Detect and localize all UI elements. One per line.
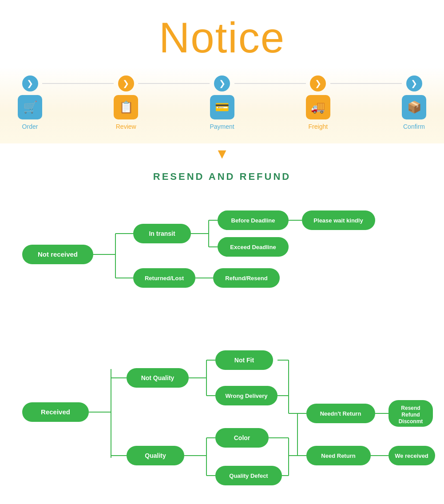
step-payment-icon: 💳 bbox=[210, 95, 234, 119]
svg-text:Exceed Deadline: Exceed Deadline bbox=[230, 244, 276, 250]
step-review-arrow: ❯ bbox=[118, 75, 134, 91]
svg-text:Wrong Delivery: Wrong Delivery bbox=[225, 393, 268, 399]
step-confirm-arrow: ❯ bbox=[406, 75, 422, 91]
not-received-label: Not received bbox=[38, 250, 78, 258]
step-review: ❯ 📋 Review bbox=[114, 75, 138, 130]
step-confirm: ❯ 📦 Confirm bbox=[402, 75, 426, 130]
svg-text:Color: Color bbox=[234, 434, 250, 441]
connector-2 bbox=[138, 83, 210, 84]
svg-text:Before Deadline: Before Deadline bbox=[231, 217, 275, 224]
svg-text:Quality Defect: Quality Defect bbox=[229, 472, 268, 479]
svg-text:Quality: Quality bbox=[145, 452, 166, 459]
connector-4 bbox=[330, 83, 402, 84]
step-freight-icon: 🚚 bbox=[306, 95, 330, 119]
arrow-down: ▼ bbox=[0, 146, 444, 162]
svg-text:Need Return: Need Return bbox=[321, 452, 355, 459]
step-order-label: Order bbox=[22, 123, 38, 130]
svg-text:We received: We received bbox=[395, 452, 428, 459]
svg-text:Received: Received bbox=[41, 408, 70, 416]
step-order: ❯ 🛒 Order bbox=[18, 75, 42, 130]
svg-text:Please wait kindly: Please wait kindly bbox=[313, 217, 363, 224]
svg-text:Disconmt: Disconmt bbox=[399, 418, 423, 425]
svg-text:Returned/Lost: Returned/Lost bbox=[145, 275, 184, 282]
svg-text:Resend: Resend bbox=[401, 405, 420, 411]
svg-text:Refund: Refund bbox=[401, 412, 420, 418]
step-payment-arrow: ❯ bbox=[214, 75, 230, 91]
step-review-label: Review bbox=[116, 123, 136, 130]
step-confirm-icon: 📦 bbox=[402, 95, 426, 119]
svg-text:In transit: In transit bbox=[149, 230, 175, 237]
section-title: RESEND AND REFUND bbox=[0, 171, 444, 183]
step-payment: ❯ 💳 Payment bbox=[210, 75, 234, 130]
process-steps: ❯ 🛒 Order ❯ 📋 Review ❯ 💳 Payment ❯ 🚚 Fre… bbox=[0, 75, 444, 130]
svg-text:Not Fit: Not Fit bbox=[234, 357, 254, 364]
step-freight-label: Freight bbox=[309, 123, 328, 130]
svg-text:Not Quality: Not Quality bbox=[141, 374, 174, 381]
connector-3 bbox=[234, 83, 306, 84]
step-order-icon: 🛒 bbox=[18, 95, 42, 119]
svg-text:Needn't Return: Needn't Return bbox=[320, 410, 361, 417]
step-payment-label: Payment bbox=[210, 123, 234, 130]
flow-svg-2: Received Not Quality Not Fit Wrong Deliv… bbox=[9, 325, 435, 498]
page-title: Notice bbox=[0, 0, 444, 67]
step-freight-arrow: ❯ bbox=[310, 75, 326, 91]
connector-1 bbox=[42, 83, 114, 84]
step-order-arrow: ❯ bbox=[22, 75, 38, 91]
flow-diagram-2: Received Not Quality Not Fit Wrong Deliv… bbox=[0, 325, 444, 504]
process-section: ❯ 🛒 Order ❯ 📋 Review ❯ 💳 Payment ❯ 🚚 Fre… bbox=[0, 67, 444, 143]
step-freight: ❯ 🚚 Freight bbox=[306, 75, 330, 130]
flow-diagram-1: Not received In transit Before Deadline … bbox=[0, 196, 444, 325]
step-review-icon: 📋 bbox=[114, 95, 138, 119]
svg-text:Refund/Resend: Refund/Resend bbox=[225, 275, 267, 282]
flow-svg-1: Not received In transit Before Deadline … bbox=[9, 196, 435, 307]
step-confirm-label: Confirm bbox=[403, 123, 425, 130]
